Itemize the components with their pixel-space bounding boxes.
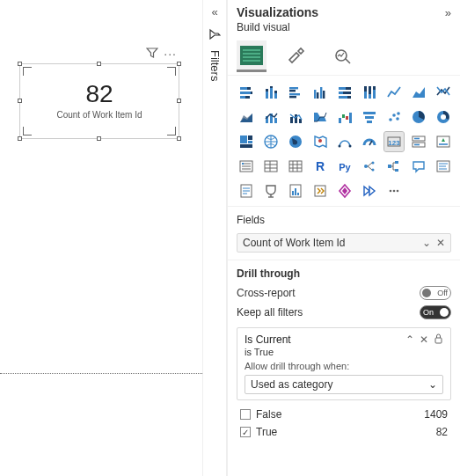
viz-decomposition-icon[interactable] [384,157,404,176]
viz-area-stacked-icon[interactable] [237,107,256,127]
svg-rect-25 [323,91,325,99]
viz-power-auto-icon[interactable] [360,181,379,201]
viz-stacked-bar-icon[interactable] [237,83,256,102]
viz-funnel-icon[interactable] [360,107,379,127]
viz-metrics-icon[interactable] [286,181,305,201]
viz-treemap-icon[interactable] [237,132,256,151]
viz-card-number-icon[interactable]: 123 [384,132,404,151]
viz-map-shape-icon[interactable] [310,132,330,151]
viz-more-icon[interactable] [384,181,404,201]
viz-grouped-column-icon[interactable] [310,83,330,102]
svg-rect-97 [388,165,391,168]
viz-filled-map-icon[interactable] [286,132,305,151]
viz-ribbon-icon[interactable] [434,83,453,102]
analytics-tab[interactable] [328,40,358,72]
resize-handle[interactable] [18,99,22,103]
viz-ribbon-v-icon[interactable] [310,107,330,127]
svg-rect-45 [342,114,345,118]
svg-rect-80 [242,163,244,165]
drill-mode-value: Used as category [251,378,332,391]
svg-text:Py: Py [339,162,351,172]
svg-point-117 [397,190,399,193]
svg-rect-9 [247,87,251,90]
drill-option-row[interactable]: ✓True82 [228,423,460,441]
field-well-item[interactable]: Count of Work Item Id ⌄ ✕ [237,233,451,253]
filters-collapsed-rail[interactable]: « Filters [202,0,227,476]
viz-r-visual-icon[interactable]: R [310,157,330,176]
drill-field-desc: is True [245,347,443,357]
viz-goals-icon[interactable] [261,181,281,201]
expand-filters-icon[interactable]: « [211,5,217,18]
filters-funnel-icon[interactable] [208,27,221,40]
viz-line-icon[interactable] [384,83,404,102]
lock-icon[interactable] [434,333,443,346]
drill-option-row[interactable]: False1409 [228,406,460,423]
drill-option-label: True [256,426,277,438]
viz-100-bar-icon[interactable] [335,83,354,102]
report-canvas[interactable]: ··· 82 Count of Work Item Id [0,0,202,476]
viz-area-icon[interactable] [409,83,428,102]
svg-rect-24 [320,87,322,99]
viz-python-visual-icon[interactable]: Py [335,157,354,176]
viz-slicer-icon[interactable] [237,157,256,176]
viz-gauge-icon[interactable] [360,132,379,151]
svg-rect-58 [240,135,247,143]
svg-rect-14 [274,93,277,99]
filter-icon[interactable] [146,47,158,61]
resize-handle[interactable] [177,62,181,66]
viz-pie-icon[interactable] [409,107,428,127]
format-tab[interactable] [282,40,312,72]
cross-report-label: Cross-report [237,287,296,299]
viz-qna-icon[interactable] [409,157,428,176]
page-boundary [0,373,202,374]
more-icon[interactable]: ··· [164,47,177,61]
checkbox-icon[interactable]: ✓ [240,427,251,437]
resize-handle[interactable] [97,136,101,141]
viz-donut-icon[interactable] [434,107,453,127]
allow-drill-label: Allow drill through when: [245,361,443,371]
pane-title: Visualizations [237,5,318,19]
build-tab[interactable] [237,40,267,72]
viz-grouped-bar-icon[interactable] [286,83,305,102]
viz-paginated-icon[interactable] [237,181,256,201]
viz-map-icon[interactable] [261,132,281,151]
viz-kpi-icon[interactable] [434,132,453,151]
viz-stacked-column-icon[interactable] [261,83,281,102]
viz-waterfall-icon[interactable] [335,107,354,127]
resize-handle[interactable] [97,62,101,66]
svg-rect-15 [266,89,268,92]
resize-handle[interactable] [18,62,22,66]
viz-100-column-icon[interactable] [360,83,379,102]
svg-rect-48 [363,112,376,114]
viz-line-col2-icon[interactable] [286,107,305,127]
viz-matrix-icon[interactable] [286,157,305,176]
svg-rect-33 [364,86,367,92]
viz-key-influencers-icon[interactable] [360,157,379,176]
resize-handle[interactable] [177,99,181,103]
cross-report-toggle[interactable]: Off [420,286,451,300]
viz-multi-card-icon[interactable] [409,132,428,151]
resize-handle[interactable] [18,136,22,141]
viz-power-app-icon[interactable] [335,181,354,201]
resize-handle[interactable] [177,136,181,141]
keep-all-filters-toggle[interactable]: On [420,305,451,319]
svg-rect-27 [346,87,351,90]
checkbox-icon[interactable] [240,409,251,420]
svg-rect-19 [289,90,296,92]
chevron-up-icon[interactable]: ⌃ [405,333,414,346]
remove-field-icon[interactable]: ✕ [436,237,445,249]
collapse-pane-icon[interactable]: » [445,6,451,19]
viz-map-arc-icon[interactable] [335,132,354,151]
card-visual[interactable]: ··· 82 Count of Work Item Id [19,63,179,139]
svg-text:123: 123 [388,139,400,147]
drill-mode-dropdown[interactable]: Used as category ⌄ [245,375,443,394]
viz-table-icon[interactable] [261,157,281,176]
chevron-down-icon[interactable]: ⌄ [422,237,431,249]
viz-scatter-icon[interactable] [384,107,404,127]
viz-app-icon[interactable] [310,181,330,201]
remove-icon[interactable]: ✕ [420,333,428,346]
svg-point-51 [389,118,392,121]
viz-smart-icon[interactable] [434,157,453,176]
viz-line-col-icon[interactable] [261,107,281,127]
svg-rect-21 [289,96,296,98]
